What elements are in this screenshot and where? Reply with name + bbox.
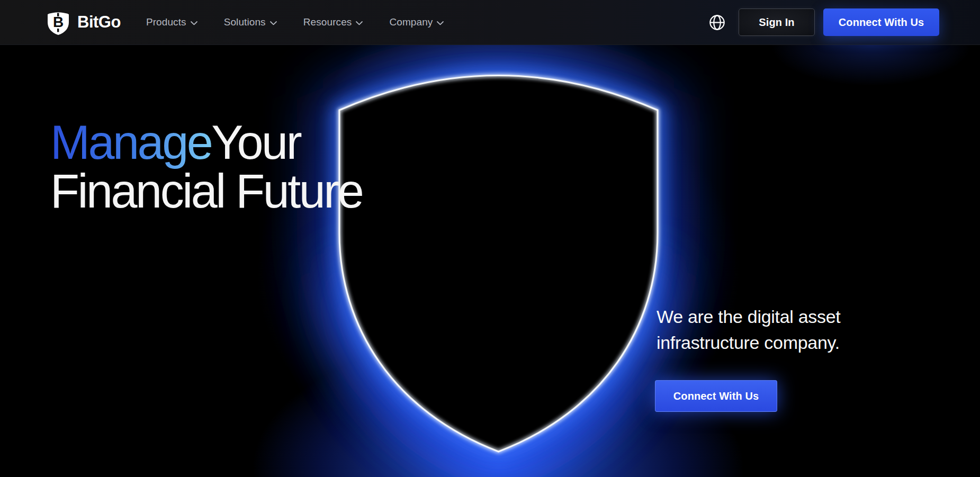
chevron-down-icon: [270, 21, 277, 25]
connect-with-us-hero-button[interactable]: Connect With Us: [655, 380, 777, 412]
nav-item-label: Company: [389, 16, 433, 28]
hero-subtitle: We are the digital asset infrastructure …: [657, 304, 840, 356]
main-menu: Products Solutions Resources Company: [146, 16, 444, 28]
hero-title-line2: Financial Future: [50, 165, 362, 218]
nav-item-label: Products: [146, 16, 186, 28]
language-selector-button[interactable]: [709, 14, 725, 31]
brand-name: BitGo: [77, 13, 121, 32]
hero-title: ManageYour Financial Future: [50, 118, 362, 215]
chevron-down-icon: [356, 21, 363, 25]
nav-item-solutions[interactable]: Solutions: [224, 16, 277, 28]
brand-logo[interactable]: B BitGo: [47, 10, 121, 35]
bitgo-shield-logo-icon: B: [47, 10, 70, 35]
globe-icon: [709, 14, 725, 31]
hero-section: ManageYour Financial Future We are the d…: [0, 45, 980, 477]
hero-subtitle-line2: infrastructure company.: [657, 330, 840, 356]
hero-title-rest: Your: [211, 116, 300, 169]
connect-with-us-nav-button[interactable]: Connect With Us: [823, 8, 939, 36]
chevron-down-icon: [437, 21, 444, 25]
nav-item-resources[interactable]: Resources: [303, 16, 363, 28]
nav-item-label: Solutions: [224, 16, 266, 28]
nav-item-label: Resources: [303, 16, 352, 28]
top-nav: B BitGo Products Solutions Resources Com…: [0, 0, 980, 45]
sign-in-button[interactable]: Sign In: [739, 8, 815, 36]
nav-item-products[interactable]: Products: [146, 16, 197, 28]
nav-item-company[interactable]: Company: [389, 16, 444, 28]
header-actions: Sign In Connect With Us: [709, 8, 939, 36]
hero-subtitle-line1: We are the digital asset: [657, 304, 840, 330]
hero-title-highlight: Manage: [50, 116, 211, 169]
chevron-down-icon: [191, 21, 197, 25]
glowing-shield-graphic: [0, 45, 980, 477]
svg-text:B: B: [53, 14, 64, 30]
